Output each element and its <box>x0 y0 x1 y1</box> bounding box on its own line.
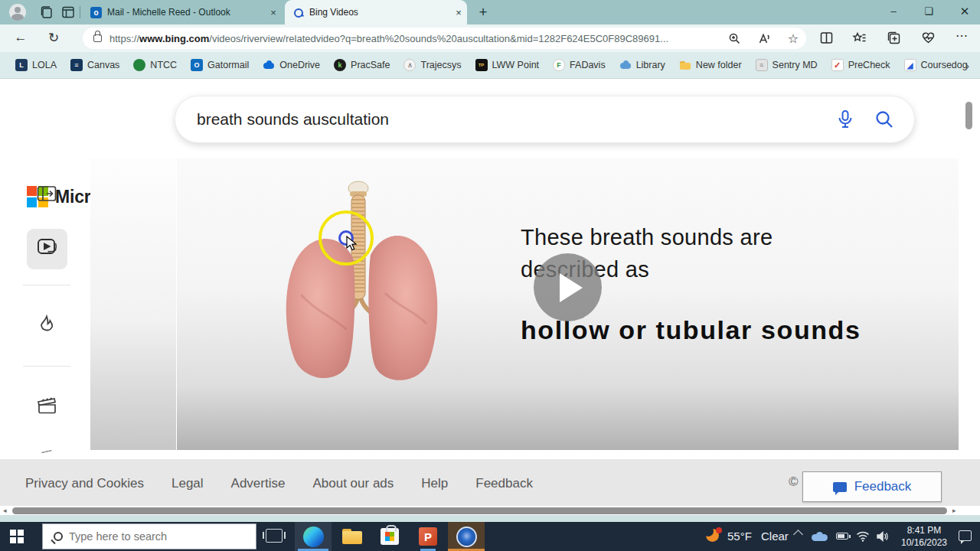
footer-link-advertise[interactable]: Advertise <box>231 476 286 491</box>
footer-link-privacy[interactable]: Privacy and Cookies <box>25 476 144 491</box>
bookmark-pracsafe[interactable]: kPracSafe <box>334 59 390 71</box>
bing-videos-page: Microsoft Bing <box>0 79 980 522</box>
search-icon <box>54 532 63 541</box>
taskbar-file-explorer[interactable] <box>339 522 365 551</box>
footer-link-about-ads[interactable]: About our ads <box>312 476 394 491</box>
sidebar-partial-icon <box>41 450 52 455</box>
settings-more-icon[interactable]: ⋯ <box>956 28 968 43</box>
start-button[interactable] <box>10 530 24 543</box>
taskbar-edge-app[interactable] <box>295 522 332 551</box>
scroll-left-arrow[interactable]: ◂ <box>3 507 7 514</box>
bookmark-sentry-md[interactable]: ≡Sentry MD <box>756 59 818 71</box>
browser-profile-avatar[interactable] <box>9 4 26 21</box>
taskbar-recorder-app[interactable] <box>448 522 485 551</box>
feedback-button-label: Feedback <box>854 479 912 494</box>
refresh-icon[interactable]: ↻ <box>44 30 63 46</box>
scroll-right-arrow[interactable]: ▸ <box>952 507 956 514</box>
weather-moon-icon[interactable] <box>706 529 720 543</box>
bookmark-library[interactable]: Library <box>619 59 665 71</box>
vertical-scrollbar-thumb[interactable] <box>965 102 972 129</box>
trending-flame-icon[interactable] <box>37 315 57 336</box>
store-icon <box>381 528 399 545</box>
bookmark-favicon: ≡ <box>70 59 83 71</box>
weather-condition[interactable]: Clear <box>761 530 789 543</box>
tab-groups-icon[interactable] <box>40 5 54 19</box>
bookmark-precheck[interactable]: ✓PreCheck <box>831 59 890 71</box>
tab-bing-videos[interactable]: Bing Videos × <box>285 0 467 24</box>
bookmark-label: Gatormail <box>207 60 249 70</box>
battery-icon[interactable] <box>836 533 848 540</box>
play-button[interactable] <box>534 253 602 321</box>
taskbar-microsoft-store[interactable] <box>376 522 403 551</box>
hidden-icons-chevron[interactable] <box>793 530 803 540</box>
window-minimize-button[interactable]: – <box>880 0 906 24</box>
back-icon[interactable]: ← <box>11 30 30 45</box>
favorites-bar-icon[interactable] <box>852 31 867 45</box>
weather-temperature[interactable]: 55°F <box>727 530 752 543</box>
footer-link-legal[interactable]: Legal <box>172 476 204 491</box>
search-icon[interactable] <box>874 109 894 129</box>
address-bar[interactable]: https://www.bing.com/videos/riverview/re… <box>83 28 806 49</box>
bookmark-lww-point[interactable]: TPLWW Point <box>475 59 540 71</box>
split-screen-icon[interactable] <box>819 31 834 45</box>
taskbar-search-box[interactable] <box>42 523 256 549</box>
previous-video-edge[interactable] <box>90 158 176 450</box>
video-play-icon[interactable] <box>37 238 58 258</box>
taskbar-search-input[interactable] <box>69 530 237 543</box>
bing-search-box[interactable] <box>175 96 915 143</box>
bookmark-fadavis[interactable]: FFADavis <box>553 59 606 71</box>
horizontal-scrollbar-thumb[interactable] <box>12 507 947 514</box>
onedrive-tray-icon[interactable] <box>812 532 828 540</box>
browser-essentials-icon[interactable] <box>921 31 936 45</box>
bookmark-new-folder[interactable]: New folder <box>679 59 742 71</box>
search-input[interactable] <box>197 110 836 129</box>
bookmark-trajecsys[interactable]: ∧Trajecsys <box>403 59 461 71</box>
bookmark-lola[interactable]: LLOLA <box>15 59 57 71</box>
onedrive-cloud-icon <box>263 59 275 71</box>
read-aloud-icon[interactable] <box>758 32 771 45</box>
bookmark-coursedog[interactable]: ◢Coursedog <box>904 59 968 71</box>
bookmark-label: New folder <box>696 60 742 70</box>
bing-videos-favicon <box>292 7 304 18</box>
bookmark-favicon: O <box>191 59 203 71</box>
microphone-icon[interactable] <box>836 109 854 129</box>
new-tab-button[interactable]: + <box>473 2 493 22</box>
footer-link-help[interactable]: Help <box>421 476 448 491</box>
bookmarks-bar: LLOLA ≡Canvas NTCC OGatormail OneDrive k… <box>0 52 980 79</box>
sidebar-divider <box>23 285 70 285</box>
task-view-icon[interactable] <box>266 529 283 543</box>
page-footer: Privacy and Cookies Legal Advertise Abou… <box>0 459 980 506</box>
tab-bar: o Mail - Michelle Reed - Outlook × Bing … <box>0 0 980 24</box>
wifi-icon[interactable] <box>856 531 870 542</box>
bookmarks-overflow-icon[interactable]: › <box>965 59 969 72</box>
bookmark-canvas[interactable]: ≡Canvas <box>70 59 119 71</box>
tab-title: Bing Videos <box>309 7 450 18</box>
footer-link-feedback[interactable]: Feedback <box>475 476 533 491</box>
window-close-button[interactable]: ✕ <box>952 0 978 24</box>
tab-close-icon[interactable]: × <box>450 7 467 18</box>
copyright-symbol: © <box>789 474 799 490</box>
action-center-icon[interactable] <box>959 530 972 541</box>
collections-icon[interactable] <box>887 31 901 45</box>
zoom-page-icon[interactable] <box>728 32 741 45</box>
weather-alert-badge <box>716 527 722 533</box>
taskbar-clock[interactable]: 8:41 PM 10/16/2023 <box>894 524 954 549</box>
bookmark-ntcc[interactable]: NTCC <box>133 59 177 71</box>
taskbar-powerpoint[interactable]: P <box>414 522 442 551</box>
window-maximize-button[interactable]: ❏ <box>916 0 942 24</box>
tab-close-icon[interactable]: × <box>265 7 282 18</box>
vertical-tabs-icon[interactable] <box>61 5 75 19</box>
bookmark-onedrive[interactable]: OneDrive <box>263 59 320 71</box>
tab-mail-outlook[interactable]: o Mail - Michelle Reed - Outlook × <box>83 0 282 24</box>
collapse-panel-icon[interactable] <box>37 185 57 202</box>
favorite-star-icon[interactable]: ☆ <box>788 31 799 46</box>
bookmark-gatormail[interactable]: OGatormail <box>191 59 249 71</box>
volume-icon[interactable] <box>876 531 889 542</box>
bookmark-favicon: F <box>553 59 565 71</box>
edge-icon <box>303 527 324 547</box>
video-player[interactable]: These breath sounds are described as hol… <box>177 158 959 450</box>
mouse-cursor <box>346 236 358 251</box>
feedback-button[interactable]: Feedback <box>802 471 942 502</box>
clapperboard-icon[interactable] <box>36 394 57 414</box>
https-lock-icon <box>93 34 102 42</box>
